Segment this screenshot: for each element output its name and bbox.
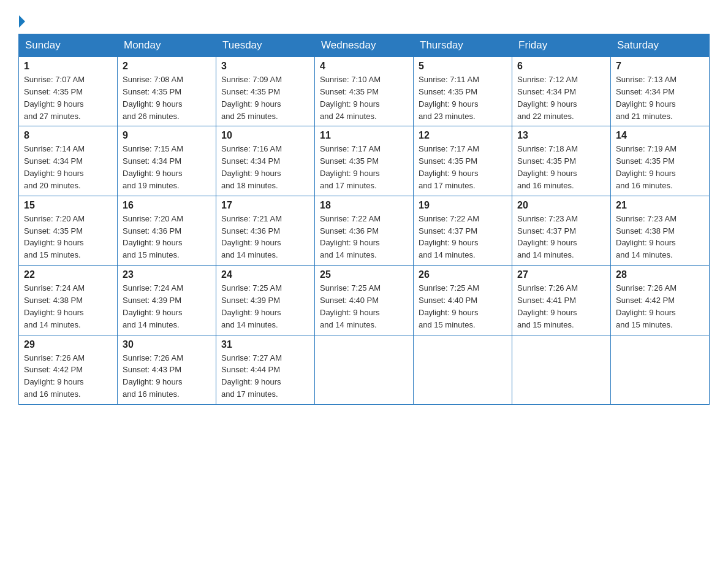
day-number: 16 — [123, 200, 211, 211]
day-info: Sunrise: 7:23 AMSunset: 4:38 PMDaylight:… — [616, 214, 677, 260]
table-row: 18 Sunrise: 7:22 AMSunset: 4:36 PMDaylig… — [315, 196, 414, 265]
calendar-week-5: 29 Sunrise: 7:26 AMSunset: 4:42 PMDaylig… — [19, 335, 710, 404]
day-info: Sunrise: 7:26 AMSunset: 4:41 PMDaylight:… — [517, 283, 578, 329]
day-number: 19 — [419, 200, 507, 211]
table-row: 7 Sunrise: 7:13 AMSunset: 4:34 PMDayligh… — [611, 57, 710, 126]
day-number: 4 — [320, 61, 408, 72]
day-number: 30 — [123, 339, 211, 350]
day-info: Sunrise: 7:23 AMSunset: 4:37 PMDaylight:… — [517, 214, 578, 260]
day-info: Sunrise: 7:17 AMSunset: 4:35 PMDaylight:… — [320, 144, 381, 190]
weekday-header-sunday: Sunday — [19, 34, 118, 57]
day-number: 18 — [320, 200, 408, 211]
calendar-week-4: 22 Sunrise: 7:24 AMSunset: 4:38 PMDaylig… — [19, 266, 710, 335]
table-row: 1 Sunrise: 7:07 AMSunset: 4:35 PMDayligh… — [19, 57, 118, 126]
day-info: Sunrise: 7:14 AMSunset: 4:34 PMDaylight:… — [24, 144, 85, 190]
table-row: 5 Sunrise: 7:11 AMSunset: 4:35 PMDayligh… — [414, 57, 512, 126]
day-info: Sunrise: 7:18 AMSunset: 4:35 PMDaylight:… — [517, 144, 578, 190]
day-number: 26 — [419, 269, 507, 280]
day-number: 25 — [320, 269, 408, 280]
day-number: 13 — [517, 130, 605, 141]
day-number: 12 — [419, 130, 507, 141]
day-number: 7 — [616, 61, 704, 72]
day-info: Sunrise: 7:19 AMSunset: 4:35 PMDaylight:… — [616, 144, 677, 190]
table-row: 17 Sunrise: 7:21 AMSunset: 4:36 PMDaylig… — [216, 196, 315, 265]
table-row: 24 Sunrise: 7:25 AMSunset: 4:39 PMDaylig… — [216, 266, 315, 335]
day-number: 8 — [24, 130, 112, 141]
weekday-header-thursday: Thursday — [414, 34, 512, 57]
table-row: 13 Sunrise: 7:18 AMSunset: 4:35 PMDaylig… — [512, 126, 611, 196]
day-info: Sunrise: 7:13 AMSunset: 4:34 PMDaylight:… — [616, 75, 677, 121]
table-row — [315, 335, 414, 404]
table-row: 12 Sunrise: 7:17 AMSunset: 4:35 PMDaylig… — [414, 126, 512, 196]
day-number: 10 — [221, 130, 309, 141]
day-info: Sunrise: 7:08 AMSunset: 4:35 PMDaylight:… — [123, 75, 183, 121]
day-number: 1 — [24, 61, 112, 72]
table-row: 14 Sunrise: 7:19 AMSunset: 4:35 PMDaylig… — [611, 126, 710, 196]
day-info: Sunrise: 7:26 AMSunset: 4:43 PMDaylight:… — [123, 353, 183, 399]
table-row: 4 Sunrise: 7:10 AMSunset: 4:35 PMDayligh… — [315, 57, 414, 126]
table-row: 27 Sunrise: 7:26 AMSunset: 4:41 PMDaylig… — [512, 266, 611, 335]
day-number: 11 — [320, 130, 408, 141]
day-number: 31 — [221, 339, 309, 350]
table-row: 19 Sunrise: 7:22 AMSunset: 4:37 PMDaylig… — [414, 196, 512, 265]
logo-triangle-icon — [19, 15, 25, 28]
day-number: 29 — [24, 339, 112, 350]
day-info: Sunrise: 7:22 AMSunset: 4:37 PMDaylight:… — [419, 214, 479, 260]
table-row: 10 Sunrise: 7:16 AMSunset: 4:34 PMDaylig… — [216, 126, 315, 196]
table-row: 16 Sunrise: 7:20 AMSunset: 4:36 PMDaylig… — [118, 196, 216, 265]
day-number: 17 — [221, 200, 309, 211]
day-info: Sunrise: 7:16 AMSunset: 4:34 PMDaylight:… — [221, 144, 282, 190]
day-info: Sunrise: 7:24 AMSunset: 4:39 PMDaylight:… — [123, 283, 183, 329]
day-number: 6 — [517, 61, 605, 72]
day-info: Sunrise: 7:26 AMSunset: 4:42 PMDaylight:… — [24, 353, 85, 399]
day-info: Sunrise: 7:22 AMSunset: 4:36 PMDaylight:… — [320, 214, 381, 260]
table-row: 6 Sunrise: 7:12 AMSunset: 4:34 PMDayligh… — [512, 57, 611, 126]
weekday-header-saturday: Saturday — [611, 34, 710, 57]
day-number: 15 — [24, 200, 112, 211]
table-row: 2 Sunrise: 7:08 AMSunset: 4:35 PMDayligh… — [118, 57, 216, 126]
day-number: 28 — [616, 269, 704, 280]
day-info: Sunrise: 7:12 AMSunset: 4:34 PMDaylight:… — [517, 75, 578, 121]
day-number: 20 — [517, 200, 605, 211]
table-row: 25 Sunrise: 7:25 AMSunset: 4:40 PMDaylig… — [315, 266, 414, 335]
day-info: Sunrise: 7:10 AMSunset: 4:35 PMDaylight:… — [320, 75, 381, 121]
day-info: Sunrise: 7:20 AMSunset: 4:35 PMDaylight:… — [24, 214, 85, 260]
calendar-week-3: 15 Sunrise: 7:20 AMSunset: 4:35 PMDaylig… — [19, 196, 710, 265]
calendar-table: SundayMondayTuesdayWednesdayThursdayFrid… — [18, 34, 710, 405]
day-number: 24 — [221, 269, 309, 280]
day-number: 9 — [123, 130, 211, 141]
day-number: 27 — [517, 269, 605, 280]
table-row: 30 Sunrise: 7:26 AMSunset: 4:43 PMDaylig… — [118, 335, 216, 404]
page-header — [18, 12, 710, 28]
calendar-week-1: 1 Sunrise: 7:07 AMSunset: 4:35 PMDayligh… — [19, 57, 710, 126]
table-row — [512, 335, 611, 404]
table-row: 28 Sunrise: 7:26 AMSunset: 4:42 PMDaylig… — [611, 266, 710, 335]
weekday-header-row: SundayMondayTuesdayWednesdayThursdayFrid… — [19, 34, 710, 57]
table-row — [414, 335, 512, 404]
day-info: Sunrise: 7:20 AMSunset: 4:36 PMDaylight:… — [123, 214, 183, 260]
table-row: 11 Sunrise: 7:17 AMSunset: 4:35 PMDaylig… — [315, 126, 414, 196]
calendar-week-2: 8 Sunrise: 7:14 AMSunset: 4:34 PMDayligh… — [19, 126, 710, 196]
day-info: Sunrise: 7:15 AMSunset: 4:34 PMDaylight:… — [123, 144, 183, 190]
weekday-header-tuesday: Tuesday — [216, 34, 315, 57]
day-info: Sunrise: 7:24 AMSunset: 4:38 PMDaylight:… — [24, 283, 85, 329]
table-row: 29 Sunrise: 7:26 AMSunset: 4:42 PMDaylig… — [19, 335, 118, 404]
logo — [18, 12, 26, 28]
day-number: 21 — [616, 200, 704, 211]
table-row — [611, 335, 710, 404]
table-row: 20 Sunrise: 7:23 AMSunset: 4:37 PMDaylig… — [512, 196, 611, 265]
day-number: 22 — [24, 269, 112, 280]
calendar-body: 1 Sunrise: 7:07 AMSunset: 4:35 PMDayligh… — [19, 57, 710, 405]
day-info: Sunrise: 7:26 AMSunset: 4:42 PMDaylight:… — [616, 283, 677, 329]
day-info: Sunrise: 7:09 AMSunset: 4:35 PMDaylight:… — [221, 75, 282, 121]
day-info: Sunrise: 7:21 AMSunset: 4:36 PMDaylight:… — [221, 214, 282, 260]
weekday-header-monday: Monday — [118, 34, 216, 57]
table-row: 8 Sunrise: 7:14 AMSunset: 4:34 PMDayligh… — [19, 126, 118, 196]
day-number: 5 — [419, 61, 507, 72]
day-number: 2 — [123, 61, 211, 72]
day-number: 3 — [221, 61, 309, 72]
table-row: 3 Sunrise: 7:09 AMSunset: 4:35 PMDayligh… — [216, 57, 315, 126]
weekday-header-wednesday: Wednesday — [315, 34, 414, 57]
day-info: Sunrise: 7:11 AMSunset: 4:35 PMDaylight:… — [419, 75, 479, 121]
weekday-header-friday: Friday — [512, 34, 611, 57]
